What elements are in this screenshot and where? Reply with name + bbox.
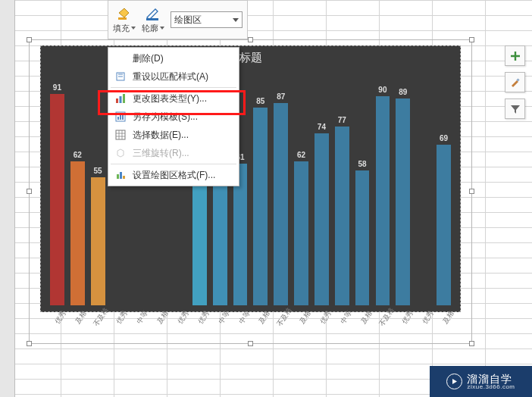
bar-slot: 91 [47, 73, 67, 305]
mini-toolbar: 填充 轮廓 绘图区 [108, 0, 248, 39]
chevron-down-icon [160, 26, 164, 30]
menu-change-chart-type[interactable]: 更改图表类型(Y)... [108, 89, 239, 108]
bar[interactable]: 62 [294, 161, 308, 305]
svg-rect-10 [116, 130, 125, 139]
plus-icon [509, 50, 521, 62]
menu-label: 删除(D) [133, 52, 164, 65]
svg-rect-12 [120, 172, 122, 179]
menu-select-data[interactable]: 选择数据(E)... [108, 126, 239, 144]
play-circle-icon [446, 374, 462, 389]
svg-rect-0 [118, 17, 127, 20]
chart-add-element-button[interactable] [505, 45, 525, 66]
watermark: 溜溜自学 zixue.3d66.com [430, 366, 532, 397]
bar-slot: 85 [250, 73, 271, 305]
menu-separator [111, 87, 236, 88]
context-menu: 删除(D) 重设以匹配样式(A) 更改图表类型(Y)... 另存为模板(S)..… [108, 47, 239, 186]
svg-rect-3 [116, 98, 118, 103]
bar-value-label: 91 [53, 83, 61, 92]
bar-slot: 89 [393, 73, 413, 305]
pen-outline-icon [145, 6, 161, 21]
svg-rect-11 [117, 174, 119, 179]
resize-handle[interactable] [27, 189, 32, 194]
chevron-down-icon [131, 26, 136, 30]
watermark-url: zixue.3d66.com [467, 384, 515, 390]
resize-handle[interactable] [248, 37, 253, 42]
menu-label: 更改图表类型(Y)... [133, 92, 207, 105]
bar[interactable]: 59 [213, 168, 227, 305]
menu-label: 三维旋转(R)... [133, 147, 189, 160]
outline-tool[interactable]: 轮廓 [142, 6, 164, 34]
resize-handle[interactable] [469, 37, 474, 42]
chart-type-icon [114, 92, 127, 105]
bar-value-label: 58 [358, 160, 367, 168]
bar[interactable]: 91 [50, 94, 64, 305]
menu-label: 重设以匹配样式(A) [133, 70, 208, 83]
chevron-down-icon [233, 18, 239, 22]
bar[interactable]: 89 [396, 98, 410, 305]
bar[interactable]: 85 [253, 108, 268, 305]
bar-slot: 62 [291, 73, 311, 305]
bar[interactable]: 74 [315, 133, 329, 305]
bar-value-label: 55 [94, 167, 102, 175]
bar-slot: 90 [373, 73, 393, 305]
svg-rect-8 [120, 115, 121, 120]
x-axis: 优秀及格不及格优秀中等及格优秀优秀中等中等及格不及格及格优秀中等及格不及格优秀优… [46, 314, 455, 342]
bar-value-label: 69 [440, 134, 448, 142]
bar[interactable]: 87 [274, 103, 288, 305]
bar-value-label: 62 [74, 151, 82, 159]
svg-rect-13 [123, 176, 125, 179]
svg-rect-9 [122, 114, 124, 120]
menu-3d-rotation: 三维旋转(R)... [108, 144, 239, 162]
reset-icon [114, 70, 127, 83]
menu-reset-style[interactable]: 重设以匹配样式(A) [108, 67, 239, 86]
menu-label: 设置绘图区格式(F)... [133, 169, 215, 182]
bar-value-label: 85 [256, 97, 264, 105]
bar[interactable]: 62 [70, 161, 85, 305]
bar[interactable]: 77 [335, 127, 349, 305]
svg-rect-4 [120, 96, 122, 103]
menu-label: 另存为模板(S)... [133, 111, 198, 123]
svg-rect-1 [146, 18, 158, 20]
bar[interactable]: 90 [376, 96, 390, 305]
blank-icon [114, 52, 127, 64]
bar-slot [413, 73, 433, 305]
resize-handle[interactable] [469, 341, 474, 346]
fill-tool[interactable]: 填充 [113, 6, 136, 34]
element-selector[interactable]: 绘图区 [171, 11, 243, 28]
bar[interactable]: 55 [91, 177, 105, 305]
menu-separator [111, 164, 236, 164]
chart-title[interactable]: 标题 [41, 51, 460, 65]
menu-save-template[interactable]: 另存为模板(S)... [108, 108, 239, 126]
bar-value-label: 87 [277, 92, 285, 101]
bar-value-label: 77 [338, 116, 346, 124]
bar-slot: 55 [88, 73, 108, 305]
chart-filter-button[interactable] [505, 98, 525, 119]
bar[interactable]: 69 [437, 145, 451, 305]
svg-rect-7 [117, 117, 119, 120]
bar-value-label: 90 [378, 86, 386, 94]
chart-styles-button[interactable] [505, 72, 525, 92]
resize-handle[interactable] [248, 341, 253, 346]
watermark-text: 溜溜自学 [467, 374, 515, 384]
funnel-icon [510, 104, 521, 114]
element-selector-value: 绘图区 [174, 14, 202, 27]
resize-handle[interactable] [27, 37, 32, 42]
format-plot-icon [114, 169, 127, 181]
save-template-icon [114, 111, 127, 123]
plot-area[interactable]: 标题 916255685961858762747758908969 [40, 45, 461, 312]
paint-bucket-icon [116, 6, 133, 21]
bar[interactable]: 58 [355, 170, 370, 305]
rotate-3d-icon [114, 147, 127, 159]
menu-delete[interactable]: 删除(D) [108, 49, 239, 67]
resize-handle[interactable] [27, 341, 32, 346]
bar-value-label: 74 [318, 123, 326, 131]
bar-value-label: 62 [297, 151, 305, 159]
chart-object[interactable]: 标题 916255685961858762747758908969 优秀及格不及… [29, 39, 472, 344]
bar-slot: 77 [332, 73, 352, 305]
resize-handle[interactable] [469, 189, 474, 194]
menu-format-plot[interactable]: 设置绘图区格式(F)... [108, 166, 239, 184]
paintbrush-icon [509, 77, 521, 89]
bar-slot: 69 [433, 73, 454, 305]
bar-value-label: 89 [399, 88, 407, 96]
fill-label: 填充 [113, 23, 130, 34]
